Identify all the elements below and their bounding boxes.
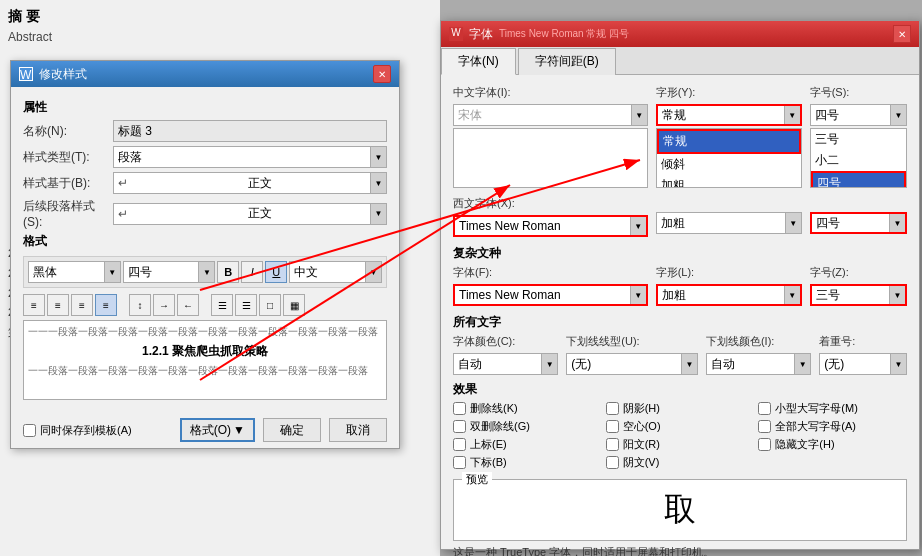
align-left-btn[interactable]: ≡ (23, 294, 45, 316)
align-center-btn[interactable]: ≡ (47, 294, 69, 316)
font-select[interactable]: 黑体 ▼ (28, 261, 121, 283)
hollow-item: 空心(O) (606, 419, 746, 434)
align-right-btn[interactable]: ≡ (71, 294, 93, 316)
doc-subtitle: Abstract (8, 30, 432, 44)
underline-color-select[interactable]: 自动 ▼ (706, 353, 811, 375)
size-select[interactable]: 四号 ▼ (810, 104, 907, 126)
font-color-select[interactable]: 自动 ▼ (453, 353, 558, 375)
italic-button[interactable]: I (241, 261, 263, 283)
western-size-select[interactable]: 四号 ▼ (810, 212, 907, 234)
hollow-label: 空心(O) (623, 419, 661, 434)
style-base-select[interactable]: ↵ 正文 ▼ (113, 172, 387, 194)
complex-font-arrow: ▼ (630, 286, 646, 304)
emphasis-arrow: ▼ (890, 354, 906, 374)
size-select[interactable]: 四号 ▼ (123, 261, 216, 283)
subscript-checkbox[interactable] (453, 456, 466, 469)
font-dialog-subtitle: Times New Roman 常规 四号 (499, 27, 629, 41)
indent-decrease-btn[interactable]: ← (177, 294, 199, 316)
hidden-checkbox[interactable] (758, 438, 771, 451)
preview-box: 预览 取 (453, 479, 907, 541)
double-strikethrough-checkbox[interactable] (453, 420, 466, 433)
all-caps-label: 全部大写字母(A) (775, 419, 856, 434)
numbering-btn[interactable]: ☰ (235, 294, 257, 316)
ok-button[interactable]: 确定 (263, 418, 321, 442)
preview-text-2: 一一段落一段落一段落一段落一段落一段落一段落一段落一段落一段落一段落 (28, 364, 382, 378)
shadow-checkbox[interactable] (606, 402, 619, 415)
style-next-value: 正文 (244, 205, 370, 222)
tab-char-spacing[interactable]: 字符间距(B) (518, 48, 616, 75)
style-list-item-regular[interactable]: 常规 (657, 129, 801, 154)
western-size-col: . 四号 ▼ (810, 196, 907, 234)
raised-checkbox[interactable] (606, 438, 619, 451)
font-color-col: 字体颜色(C): 自动 ▼ (453, 334, 558, 375)
bold-button[interactable]: B (217, 261, 239, 283)
tab-font[interactable]: 字体(N) (441, 48, 516, 75)
size-arrow: ▼ (890, 105, 906, 125)
info-text: 这是一种 TrueType 字体，同时适用于屏幕和打印机。 (453, 545, 907, 556)
font-dialog-close[interactable]: ✕ (893, 25, 911, 43)
western-style-select[interactable]: 加粗 ▼ (656, 212, 802, 234)
cancel-button[interactable]: 取消 (329, 418, 387, 442)
chinese-font-label: 中文字体(I): (453, 85, 648, 100)
font-main-row: 中文字体(I): 宋体 ▼ 字形(Y): 常规 ▼ 常规 倾斜 加粗 (453, 85, 907, 188)
size-list-item-3[interactable]: 三号 (811, 129, 906, 150)
western-size-value: 四号 (812, 215, 889, 232)
style-list-item-italic[interactable]: 倾斜 (657, 154, 801, 175)
size-list[interactable]: 三号 小二 四号 小三 (810, 128, 907, 188)
size-list-item-small2[interactable]: 小二 (811, 150, 906, 171)
small-caps-checkbox[interactable] (758, 402, 771, 415)
engraved-checkbox[interactable] (606, 456, 619, 469)
underline-type-label: 下划线线型(U): (566, 334, 698, 349)
border-btn[interactable]: □ (259, 294, 281, 316)
format-btn-label: 格式(O) (190, 422, 231, 439)
complex-size-arrow: ▼ (889, 286, 905, 304)
western-font-select[interactable]: Times New Roman ▼ (453, 215, 648, 237)
size-list-item-4[interactable]: 四号 (811, 171, 906, 188)
size-arrow: ▼ (198, 262, 214, 282)
complex-style-label: 字形(L): (656, 265, 802, 280)
engraved-item: 阴文(V) (606, 455, 746, 470)
style-list[interactable]: 常规 倾斜 加粗 (656, 128, 802, 188)
superscript-checkbox[interactable] (453, 438, 466, 451)
western-style-col: . 加粗 ▼ (656, 196, 802, 234)
name-row: 名称(N): 标题 3 (23, 120, 387, 142)
chinese-font-select[interactable]: 宋体 ▼ (453, 104, 648, 126)
attributes-section-header: 属性 (23, 99, 387, 116)
lang-select[interactable]: 中文 ▼ (289, 261, 382, 283)
name-label: 名称(N): (23, 123, 113, 140)
strikethrough-checkbox[interactable] (453, 402, 466, 415)
emphasis-select[interactable]: (无) ▼ (819, 353, 907, 375)
style-type-select[interactable]: 段落 ▼ (113, 146, 387, 168)
font-dialog-titlebar: W 字体 Times New Roman 常规 四号 ✕ (441, 21, 919, 47)
format-dropdown-button[interactable]: 格式(O) ▼ (180, 418, 255, 442)
western-font-value: Times New Roman (455, 219, 630, 233)
complex-size-label: 字号(Z): (810, 265, 907, 280)
modify-style-dialog: W 修改样式 ✕ 属性 名称(N): 标题 3 样式类型(T): 段落 ▼ 样式… (10, 60, 400, 449)
modify-dialog-close[interactable]: ✕ (373, 65, 391, 83)
line-spacing-btn[interactable]: ↕ (129, 294, 151, 316)
list-btn[interactable]: ☰ (211, 294, 233, 316)
align-justify-btn[interactable]: ≡ (95, 294, 117, 316)
save-template-checkbox-row: 同时保存到模板(A) (23, 423, 172, 438)
hollow-checkbox[interactable] (606, 420, 619, 433)
style-select[interactable]: 常规 ▼ (656, 104, 802, 126)
subscript-item: 下标(B) (453, 455, 593, 470)
shading-btn[interactable]: ▦ (283, 294, 305, 316)
complex-font-select[interactable]: Times New Roman ▼ (453, 284, 648, 306)
style-next-select[interactable]: ↵ 正文 ▼ (113, 203, 387, 225)
font-list-item[interactable] (454, 129, 647, 133)
underline-type-col: 下划线线型(U): (无) ▼ (566, 334, 698, 375)
complex-style-select[interactable]: 加粗 ▼ (656, 284, 802, 306)
style-list-item-bold[interactable]: 加粗 (657, 175, 801, 188)
modify-dialog-title: 修改样式 (39, 66, 87, 83)
complex-size-select[interactable]: 三号 ▼ (810, 284, 907, 306)
complex-style-col: 字形(L): 加粗 ▼ (656, 265, 802, 306)
underline-type-select[interactable]: (无) ▼ (566, 353, 698, 375)
chinese-font-list[interactable] (453, 128, 648, 188)
all-caps-checkbox[interactable] (758, 420, 771, 433)
font-color-value: 自动 (454, 356, 541, 373)
save-template-checkbox[interactable] (23, 424, 36, 437)
indent-increase-btn[interactable]: → (153, 294, 175, 316)
name-input[interactable]: 标题 3 (113, 120, 387, 142)
underline-button[interactable]: U (265, 261, 287, 283)
